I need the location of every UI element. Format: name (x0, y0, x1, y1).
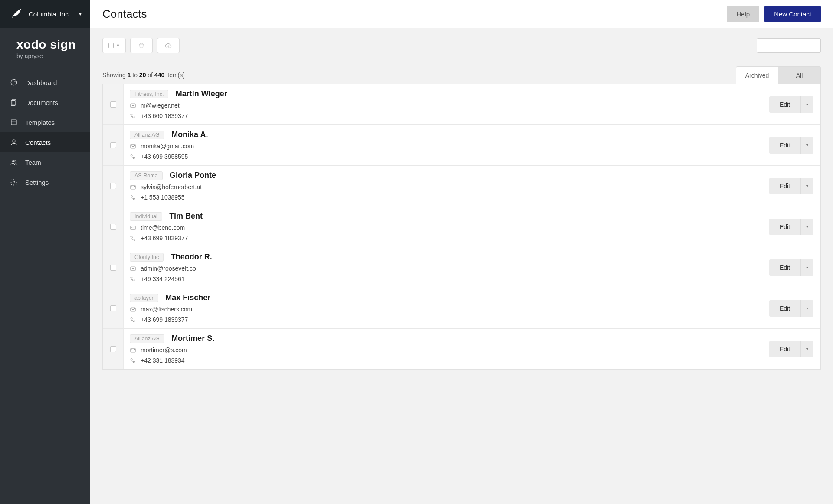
row-actions: Edit ▾ (755, 125, 820, 165)
nav-templates[interactable]: Templates (0, 112, 90, 132)
row-main: apilayer Max Fischer max@fischers.com +4… (124, 288, 755, 328)
showing-from: 1 (128, 72, 131, 79)
edit-button-group: Edit ▾ (769, 341, 813, 357)
checkbox-icon (110, 265, 116, 271)
phone-icon (130, 357, 136, 364)
edit-more-button[interactable]: ▾ (800, 137, 813, 154)
row-main: Glorify Inc Theodor R. admin@roosevelt.c… (124, 247, 755, 288)
contact-email-row: max@fischers.com (130, 306, 748, 313)
contact-tag: Individual (130, 212, 162, 221)
contact-email-row: mortimer@s.com (130, 347, 748, 353)
contact-row: apilayer Max Fischer max@fischers.com +4… (103, 288, 820, 329)
page-title: Contacts (102, 7, 721, 21)
edit-button-group: Edit ▾ (769, 137, 813, 154)
export-button[interactable] (157, 38, 180, 53)
nav-documents[interactable]: Documents (0, 92, 90, 112)
svg-point-4 (13, 140, 15, 142)
row-actions: Edit ▾ (755, 206, 820, 247)
edit-more-button[interactable]: ▾ (800, 219, 813, 235)
chevron-down-icon: ▼ (78, 12, 82, 16)
edit-button[interactable]: Edit (769, 219, 800, 235)
edit-more-button[interactable]: ▾ (800, 300, 813, 317)
subbar: Showing 1 to 20 of 440 item(s) Archived … (90, 53, 833, 84)
checkbox-icon (110, 305, 116, 311)
mail-icon (130, 225, 136, 231)
help-button[interactable]: Help (727, 6, 759, 22)
checkbox-icon (110, 142, 116, 148)
edit-button[interactable]: Edit (769, 341, 800, 357)
filter-tabs: Archived All (736, 66, 821, 84)
checkbox-icon (110, 346, 116, 352)
contact-tag: Allianz AG (130, 334, 164, 343)
svg-rect-10 (131, 144, 135, 148)
contact-tag: apilayer (130, 294, 158, 302)
contact-email: time@bend.com (141, 224, 185, 231)
edit-more-button[interactable]: ▾ (800, 259, 813, 276)
contact-email-row: m@wieger.net (130, 102, 748, 109)
phone-icon (130, 154, 136, 160)
search-input[interactable] (761, 42, 833, 49)
search-box[interactable] (757, 38, 821, 53)
contact-phone: +42 331 183934 (141, 357, 185, 364)
edit-more-button[interactable]: ▾ (800, 96, 813, 113)
select-all-button[interactable]: ▼ (102, 38, 126, 53)
row-checkbox-cell[interactable] (103, 166, 124, 206)
showing-prefix: Showing (102, 72, 126, 79)
contact-phone-row: +43 660 1839377 (130, 112, 748, 119)
filter-archived[interactable]: Archived (736, 66, 778, 84)
row-checkbox-cell[interactable] (103, 206, 124, 247)
edit-button[interactable]: Edit (769, 137, 800, 154)
sidebar: Columbia, Inc. ▼ xodo sign by apryse Das… (0, 0, 90, 504)
row-checkbox-cell[interactable] (103, 247, 124, 288)
svg-point-6 (15, 160, 16, 162)
contact-phone-row: +1 553 1038955 (130, 194, 748, 201)
contact-name: Martin Wieger (176, 89, 227, 98)
contact-phone: +43 699 3958595 (141, 153, 188, 160)
edit-button[interactable]: Edit (769, 259, 800, 276)
nav-label: Contacts (25, 139, 51, 146)
contact-phone-row: +43 699 3958595 (130, 153, 748, 160)
org-switcher[interactable]: Columbia, Inc. ▼ (0, 0, 90, 28)
mail-icon (130, 347, 136, 353)
svg-point-5 (12, 160, 14, 162)
settings-icon (10, 178, 18, 187)
row-main: AS Roma Gloria Ponte sylvia@hofernorbert… (124, 166, 755, 206)
row-checkbox-cell[interactable] (103, 84, 124, 124)
row-actions: Edit ▾ (755, 288, 820, 328)
checkbox-icon (110, 101, 116, 108)
svg-rect-15 (131, 348, 135, 352)
mail-icon (130, 102, 136, 109)
chevron-down-icon: ▾ (806, 224, 808, 229)
contact-email-row: admin@roosevelt.co (130, 265, 748, 272)
filter-all[interactable]: All (778, 66, 821, 84)
edit-button-group: Edit ▾ (769, 259, 813, 276)
phone-icon (130, 194, 136, 201)
row-main: Fitness, Inc. Martin Wieger m@wieger.net… (124, 84, 755, 124)
edit-more-button[interactable]: ▾ (800, 341, 813, 357)
mail-icon (130, 184, 136, 190)
header: Contacts Help New Contact (90, 0, 833, 28)
nav-contacts[interactable]: Contacts (0, 132, 90, 152)
nav-dashboard[interactable]: Dashboard (0, 72, 90, 92)
upload-cloud-icon (165, 42, 172, 49)
svg-rect-11 (131, 185, 135, 189)
delete-button[interactable] (130, 38, 153, 53)
chevron-down-icon: ▾ (806, 102, 808, 107)
contact-email: mortimer@s.com (141, 347, 187, 353)
new-contact-button[interactable]: New Contact (764, 6, 821, 22)
row-checkbox-cell[interactable] (103, 329, 124, 369)
nav-label: Settings (25, 179, 49, 186)
checkbox-icon (110, 183, 116, 189)
row-checkbox-cell[interactable] (103, 288, 124, 328)
toolbar: ▼ (90, 28, 833, 53)
nav-settings[interactable]: Settings (0, 172, 90, 192)
dashboard-icon (10, 78, 18, 87)
edit-button[interactable]: Edit (769, 96, 800, 113)
edit-button[interactable]: Edit (769, 300, 800, 317)
nav-team[interactable]: Team (0, 152, 90, 172)
row-main: Individual Tim Bent time@bend.com +43 69… (124, 206, 755, 247)
edit-more-button[interactable]: ▾ (800, 178, 813, 194)
row-checkbox-cell[interactable] (103, 125, 124, 165)
edit-button[interactable]: Edit (769, 178, 800, 194)
showing-of-word: of (148, 72, 153, 79)
